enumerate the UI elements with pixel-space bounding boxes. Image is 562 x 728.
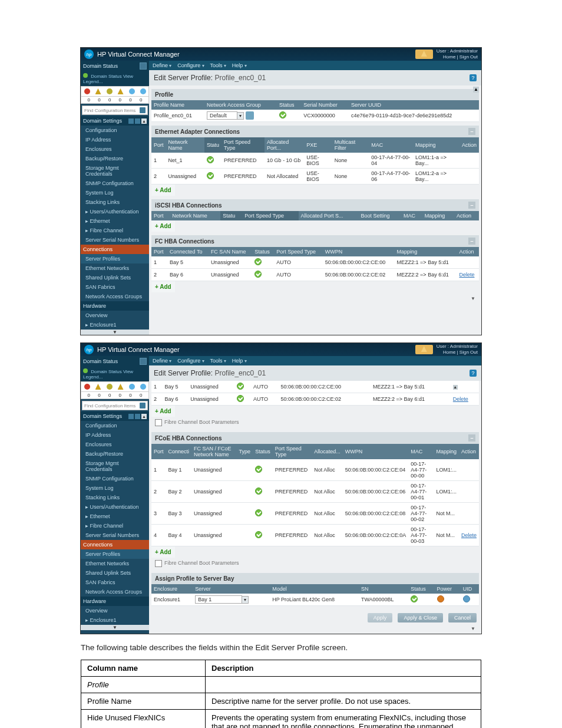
sidebar-item-configuration[interactable]: Configuration: [81, 421, 149, 430]
domain-settings-header[interactable]: Domain Settings ▲: [81, 116, 149, 126]
error-icon[interactable]: [84, 384, 90, 390]
help-icon[interactable]: ?: [470, 74, 477, 81]
info-icon[interactable]: [129, 384, 135, 390]
minor-icon[interactable]: [107, 88, 113, 94]
search-go-icon[interactable]: [140, 403, 146, 409]
sidebar-item-eth-networks[interactable]: Ethernet Networks: [81, 559, 149, 568]
nag-select[interactable]: Default▾: [207, 111, 254, 120]
sidebar-item-ip[interactable]: IP Address: [81, 135, 149, 144]
menu-define[interactable]: Define: [153, 358, 171, 364]
table-row[interactable]: 1Bay 1Unassigned PREFERRED Not Alloc50:0…: [151, 459, 479, 481]
domain-status-header[interactable]: Domain Status: [81, 356, 149, 367]
table-row[interactable]: 1Bay 5Unassigned AUTO 50:06:0B:00:00:C2:…: [151, 381, 479, 393]
cancel-button[interactable]: Cancel: [448, 613, 477, 622]
add-fcoe-button[interactable]: Add: [151, 546, 175, 558]
sidebar-item-enclosures[interactable]: Enclosures: [81, 440, 149, 449]
delete-link[interactable]: Delete: [461, 532, 477, 538]
warn2-icon[interactable]: [118, 88, 124, 94]
table-row[interactable]: 3Bay 3Unassigned PREFERRED Not Alloc50:0…: [151, 503, 479, 525]
sidebar-item-storage-creds[interactable]: Storage Mgmt Credentials: [81, 459, 149, 474]
sidebar-item-eth-networks[interactable]: Ethernet Networks: [81, 263, 149, 273]
info2-icon[interactable]: [140, 384, 146, 390]
menu-tools[interactable]: Tools: [210, 358, 226, 364]
sidebar-item-overview[interactable]: Overview: [81, 606, 149, 615]
sidebar-item-users[interactable]: ▸ Users/Authentication: [81, 207, 149, 216]
sidebar-item-san-fabrics[interactable]: SAN Fabrics: [81, 282, 149, 292]
scroll-down-icon[interactable]: ▼: [81, 625, 149, 630]
sidebar-item-ssn[interactable]: Server Serial Numbers: [81, 531, 149, 540]
sidebar-item-ip[interactable]: IP Address: [81, 430, 149, 440]
power-icon[interactable]: [437, 595, 444, 602]
sidebar-item-backup[interactable]: Backup/Restore: [81, 154, 149, 163]
sidebar-item-uplink-sets[interactable]: Shared Uplink Sets: [81, 568, 149, 578]
warn2-icon[interactable]: [118, 384, 124, 390]
collapse-icon[interactable]: –: [468, 128, 475, 135]
collapse-icon[interactable]: [140, 62, 147, 70]
warn-icon[interactable]: [95, 88, 101, 94]
help-icon[interactable]: ?: [470, 370, 477, 377]
scroll-up-icon[interactable]: ▲: [453, 385, 458, 390]
table-row[interactable]: 2Unassigned PREFERRED Not AllocatedUSE-B…: [151, 169, 479, 185]
scroll-down-icon[interactable]: ▼: [151, 296, 479, 301]
search-input[interactable]: Find Configuration Items: [82, 401, 148, 410]
sidebar-item-uplink-sets[interactable]: Shared Uplink Sets: [81, 273, 149, 282]
table-row[interactable]: Enclosure1 Bay 1▾ HP ProLiant BL420c Gen…: [151, 594, 479, 606]
table-row[interactable]: 1Net_1 PREFERRED 10 Gb - 10 GbUSE-BIOS N…: [151, 153, 479, 169]
section-tools[interactable]: ▲: [128, 118, 147, 124]
menu-configure[interactable]: Configure: [177, 62, 204, 68]
apply-button[interactable]: Apply: [368, 613, 393, 622]
scroll-down-icon[interactable]: ▼: [81, 330, 149, 335]
sidebar-item-snmp[interactable]: SNMP Configuration: [81, 179, 149, 188]
domain-status-links[interactable]: Domain Status View Legend...: [81, 367, 149, 381]
delete-link[interactable]: Delete: [453, 396, 468, 402]
sidebar-item-configuration[interactable]: Configuration: [81, 126, 149, 135]
add-iscsi-button[interactable]: Add: [151, 220, 175, 232]
warn-icon[interactable]: [95, 384, 101, 390]
sidebar-item-stacking[interactable]: Stacking Links: [81, 197, 149, 207]
hardware-header[interactable]: Hardware: [81, 597, 149, 606]
sidebar-item-snmp[interactable]: SNMP Configuration: [81, 474, 149, 483]
sidebar-item-server-profiles[interactable]: Server Profiles: [81, 254, 149, 263]
scroll-down-icon[interactable]: ▼: [151, 626, 479, 631]
sidebar-item-fibre[interactable]: ▸ Fibre Channel: [81, 226, 149, 235]
table-row[interactable]: 4Bay 4Unassigned PREFERRED Not Alloc50:0…: [151, 525, 479, 546]
sidebar-item-syslog[interactable]: System Log: [81, 483, 149, 493]
fcoe-boot-params-check[interactable]: Fibre Channel Boot Parameters: [151, 558, 479, 569]
add-fc-button[interactable]: Add: [151, 406, 175, 417]
menu-tools[interactable]: Tools: [210, 62, 226, 68]
sidebar-item-enclosure1[interactable]: ▸ Enclosure1: [81, 615, 149, 625]
sidebar-item-ssn[interactable]: Server Serial Numbers: [81, 235, 149, 245]
up-arrow-icon[interactable]: ▲: [141, 118, 147, 124]
error-icon[interactable]: [84, 88, 90, 94]
sidebar-item-enclosures[interactable]: Enclosures: [81, 144, 149, 154]
minor-icon[interactable]: [107, 384, 113, 390]
menu-help[interactable]: Help: [232, 358, 247, 364]
connections-header[interactable]: Connections: [81, 540, 149, 549]
connections-header[interactable]: Connections: [81, 245, 149, 254]
fc-boot-params-check[interactable]: Fibre Channel Boot Parameters: [151, 417, 479, 429]
search-input[interactable]: Find Configuration Items: [82, 106, 148, 115]
sidebar-item-nag[interactable]: Network Access Groups: [81, 292, 149, 301]
add-ethernet-button[interactable]: Add: [151, 185, 175, 196]
info2-icon[interactable]: [140, 88, 146, 94]
sidebar-item-server-profiles[interactable]: Server Profiles: [81, 549, 149, 559]
sidebar-item-ethernet[interactable]: ▸ Ethernet: [81, 512, 149, 521]
domain-status-header[interactable]: Domain Status: [81, 61, 149, 71]
hardware-header[interactable]: Hardware: [81, 301, 149, 311]
sidebar-item-users[interactable]: ▸ Users/Authentication: [81, 502, 149, 512]
sidebar-item-overview[interactable]: Overview: [81, 311, 149, 320]
apply-close-button[interactable]: Apply & Close: [398, 613, 443, 622]
server-bay-select[interactable]: Bay 1▾: [195, 595, 249, 604]
table-row[interactable]: 2Bay 6Unassigned AUTO 50:06:0B:00:00:C2:…: [151, 393, 479, 406]
add-fc-button[interactable]: Add: [151, 281, 175, 292]
domain-settings-header[interactable]: Domain Settings ▲: [81, 411, 149, 421]
sidebar-item-storage-creds[interactable]: Storage Mgmt Credentials: [81, 163, 149, 179]
menu-configure[interactable]: Configure: [177, 358, 204, 364]
delete-link[interactable]: Delete: [459, 272, 474, 278]
sidebar-item-backup[interactable]: Backup/Restore: [81, 449, 149, 459]
table-row[interactable]: 2Bay 2Unassigned PREFERRED Not Alloc50:0…: [151, 481, 479, 503]
collapse-icon[interactable]: [140, 358, 147, 365]
collapse-icon[interactable]: –: [468, 238, 475, 245]
search-go-icon[interactable]: [140, 107, 146, 113]
sidebar-item-stacking[interactable]: Stacking Links: [81, 493, 149, 502]
